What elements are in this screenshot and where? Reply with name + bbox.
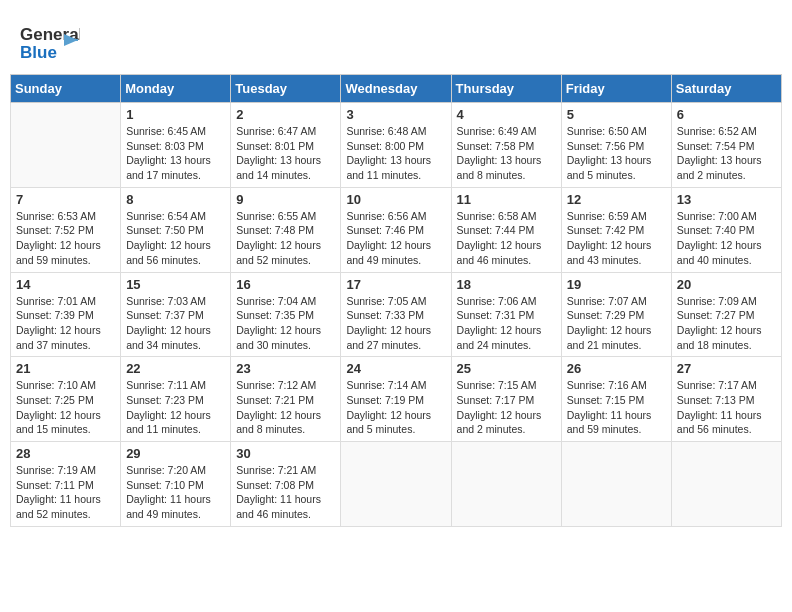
calendar-day-cell: 17Sunrise: 7:05 AMSunset: 7:33 PMDayligh… <box>341 272 451 357</box>
day-number: 10 <box>346 192 445 207</box>
day-of-week-header: Sunday <box>11 75 121 103</box>
day-number: 21 <box>16 361 115 376</box>
calendar-day-cell: 28Sunrise: 7:19 AMSunset: 7:11 PMDayligh… <box>11 442 121 527</box>
day-info: Sunrise: 7:07 AMSunset: 7:29 PMDaylight:… <box>567 294 666 353</box>
calendar-day-cell: 29Sunrise: 7:20 AMSunset: 7:10 PMDayligh… <box>121 442 231 527</box>
calendar-day-cell: 26Sunrise: 7:16 AMSunset: 7:15 PMDayligh… <box>561 357 671 442</box>
day-info: Sunrise: 6:54 AMSunset: 7:50 PMDaylight:… <box>126 209 225 268</box>
day-number: 28 <box>16 446 115 461</box>
day-info: Sunrise: 7:03 AMSunset: 7:37 PMDaylight:… <box>126 294 225 353</box>
calendar-day-cell: 5Sunrise: 6:50 AMSunset: 7:56 PMDaylight… <box>561 103 671 188</box>
day-number: 5 <box>567 107 666 122</box>
day-number: 9 <box>236 192 335 207</box>
day-info: Sunrise: 7:04 AMSunset: 7:35 PMDaylight:… <box>236 294 335 353</box>
calendar-day-cell: 14Sunrise: 7:01 AMSunset: 7:39 PMDayligh… <box>11 272 121 357</box>
calendar-day-cell <box>451 442 561 527</box>
svg-text:Blue: Blue <box>20 43 57 62</box>
calendar-day-cell: 12Sunrise: 6:59 AMSunset: 7:42 PMDayligh… <box>561 187 671 272</box>
day-number: 20 <box>677 277 776 292</box>
day-number: 17 <box>346 277 445 292</box>
day-info: Sunrise: 7:15 AMSunset: 7:17 PMDaylight:… <box>457 378 556 437</box>
day-number: 24 <box>346 361 445 376</box>
day-number: 13 <box>677 192 776 207</box>
day-number: 29 <box>126 446 225 461</box>
day-number: 16 <box>236 277 335 292</box>
calendar-day-cell: 20Sunrise: 7:09 AMSunset: 7:27 PMDayligh… <box>671 272 781 357</box>
day-info: Sunrise: 6:47 AMSunset: 8:01 PMDaylight:… <box>236 124 335 183</box>
day-number: 1 <box>126 107 225 122</box>
calendar-day-cell: 11Sunrise: 6:58 AMSunset: 7:44 PMDayligh… <box>451 187 561 272</box>
calendar-day-cell: 7Sunrise: 6:53 AMSunset: 7:52 PMDaylight… <box>11 187 121 272</box>
day-info: Sunrise: 7:14 AMSunset: 7:19 PMDaylight:… <box>346 378 445 437</box>
svg-rect-3 <box>64 39 78 41</box>
calendar-day-cell: 19Sunrise: 7:07 AMSunset: 7:29 PMDayligh… <box>561 272 671 357</box>
day-info: Sunrise: 7:20 AMSunset: 7:10 PMDaylight:… <box>126 463 225 522</box>
calendar-day-cell <box>671 442 781 527</box>
day-number: 30 <box>236 446 335 461</box>
day-number: 23 <box>236 361 335 376</box>
calendar-day-cell: 30Sunrise: 7:21 AMSunset: 7:08 PMDayligh… <box>231 442 341 527</box>
day-of-week-header: Friday <box>561 75 671 103</box>
day-info: Sunrise: 7:00 AMSunset: 7:40 PMDaylight:… <box>677 209 776 268</box>
calendar-day-cell: 9Sunrise: 6:55 AMSunset: 7:48 PMDaylight… <box>231 187 341 272</box>
day-info: Sunrise: 6:59 AMSunset: 7:42 PMDaylight:… <box>567 209 666 268</box>
calendar-table: SundayMondayTuesdayWednesdayThursdayFrid… <box>10 74 782 527</box>
calendar-week-row: 28Sunrise: 7:19 AMSunset: 7:11 PMDayligh… <box>11 442 782 527</box>
calendar-day-cell: 6Sunrise: 6:52 AMSunset: 7:54 PMDaylight… <box>671 103 781 188</box>
day-of-week-header: Monday <box>121 75 231 103</box>
day-of-week-header: Wednesday <box>341 75 451 103</box>
calendar-day-cell: 13Sunrise: 7:00 AMSunset: 7:40 PMDayligh… <box>671 187 781 272</box>
calendar-day-cell <box>561 442 671 527</box>
day-info: Sunrise: 6:53 AMSunset: 7:52 PMDaylight:… <box>16 209 115 268</box>
day-number: 22 <box>126 361 225 376</box>
day-number: 15 <box>126 277 225 292</box>
calendar-day-cell: 27Sunrise: 7:17 AMSunset: 7:13 PMDayligh… <box>671 357 781 442</box>
day-info: Sunrise: 6:55 AMSunset: 7:48 PMDaylight:… <box>236 209 335 268</box>
calendar-day-cell: 16Sunrise: 7:04 AMSunset: 7:35 PMDayligh… <box>231 272 341 357</box>
day-info: Sunrise: 6:58 AMSunset: 7:44 PMDaylight:… <box>457 209 556 268</box>
day-number: 18 <box>457 277 556 292</box>
calendar-day-cell <box>341 442 451 527</box>
calendar-day-cell: 25Sunrise: 7:15 AMSunset: 7:17 PMDayligh… <box>451 357 561 442</box>
day-number: 6 <box>677 107 776 122</box>
day-number: 14 <box>16 277 115 292</box>
day-info: Sunrise: 7:17 AMSunset: 7:13 PMDaylight:… <box>677 378 776 437</box>
calendar-week-row: 7Sunrise: 6:53 AMSunset: 7:52 PMDaylight… <box>11 187 782 272</box>
day-info: Sunrise: 6:50 AMSunset: 7:56 PMDaylight:… <box>567 124 666 183</box>
calendar-day-cell: 21Sunrise: 7:10 AMSunset: 7:25 PMDayligh… <box>11 357 121 442</box>
day-info: Sunrise: 7:19 AMSunset: 7:11 PMDaylight:… <box>16 463 115 522</box>
day-of-week-header: Thursday <box>451 75 561 103</box>
day-info: Sunrise: 7:11 AMSunset: 7:23 PMDaylight:… <box>126 378 225 437</box>
calendar-week-row: 14Sunrise: 7:01 AMSunset: 7:39 PMDayligh… <box>11 272 782 357</box>
day-info: Sunrise: 7:05 AMSunset: 7:33 PMDaylight:… <box>346 294 445 353</box>
calendar-week-row: 1Sunrise: 6:45 AMSunset: 8:03 PMDaylight… <box>11 103 782 188</box>
calendar-day-cell: 4Sunrise: 6:49 AMSunset: 7:58 PMDaylight… <box>451 103 561 188</box>
day-number: 19 <box>567 277 666 292</box>
day-info: Sunrise: 6:45 AMSunset: 8:03 PMDaylight:… <box>126 124 225 183</box>
day-info: Sunrise: 6:56 AMSunset: 7:46 PMDaylight:… <box>346 209 445 268</box>
day-info: Sunrise: 7:16 AMSunset: 7:15 PMDaylight:… <box>567 378 666 437</box>
calendar-day-cell: 10Sunrise: 6:56 AMSunset: 7:46 PMDayligh… <box>341 187 451 272</box>
calendar-day-cell: 1Sunrise: 6:45 AMSunset: 8:03 PMDaylight… <box>121 103 231 188</box>
day-info: Sunrise: 7:12 AMSunset: 7:21 PMDaylight:… <box>236 378 335 437</box>
day-of-week-header: Tuesday <box>231 75 341 103</box>
day-info: Sunrise: 6:52 AMSunset: 7:54 PMDaylight:… <box>677 124 776 183</box>
day-number: 3 <box>346 107 445 122</box>
day-number: 26 <box>567 361 666 376</box>
day-number: 25 <box>457 361 556 376</box>
day-number: 11 <box>457 192 556 207</box>
calendar-day-cell: 2Sunrise: 6:47 AMSunset: 8:01 PMDaylight… <box>231 103 341 188</box>
day-info: Sunrise: 7:06 AMSunset: 7:31 PMDaylight:… <box>457 294 556 353</box>
calendar-header-row: SundayMondayTuesdayWednesdayThursdayFrid… <box>11 75 782 103</box>
calendar-day-cell <box>11 103 121 188</box>
calendar-day-cell: 8Sunrise: 6:54 AMSunset: 7:50 PMDaylight… <box>121 187 231 272</box>
day-info: Sunrise: 7:10 AMSunset: 7:25 PMDaylight:… <box>16 378 115 437</box>
calendar-day-cell: 18Sunrise: 7:06 AMSunset: 7:31 PMDayligh… <box>451 272 561 357</box>
page-header: General Blue <box>10 10 782 69</box>
day-number: 27 <box>677 361 776 376</box>
logo-icon: General Blue <box>20 20 80 64</box>
calendar-day-cell: 3Sunrise: 6:48 AMSunset: 8:00 PMDaylight… <box>341 103 451 188</box>
calendar-week-row: 21Sunrise: 7:10 AMSunset: 7:25 PMDayligh… <box>11 357 782 442</box>
day-number: 8 <box>126 192 225 207</box>
calendar-day-cell: 24Sunrise: 7:14 AMSunset: 7:19 PMDayligh… <box>341 357 451 442</box>
